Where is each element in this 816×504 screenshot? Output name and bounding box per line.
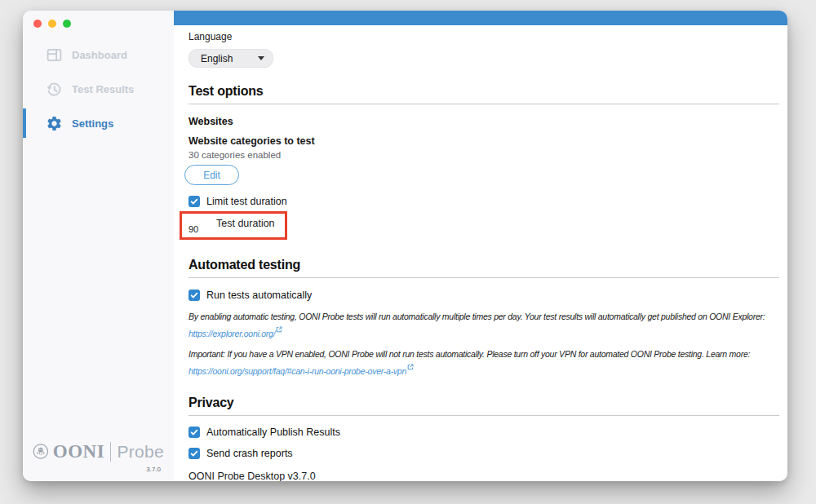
zoom-button[interactable] bbox=[63, 20, 71, 28]
annotation-highlight: 90 Test duration bbox=[180, 211, 287, 240]
sidebar-nav: Dashboard Test Results Settings bbox=[23, 38, 174, 140]
run-tests-checkbox-row[interactable]: Run tests automatically bbox=[188, 290, 779, 301]
minimize-button[interactable] bbox=[48, 20, 56, 28]
checkbox-label: Automatically Publish Results bbox=[206, 427, 340, 438]
limit-duration-checkbox-row[interactable]: Limit test duration bbox=[188, 196, 779, 207]
app-version-text: OONI Probe Desktop v3.7.0 bbox=[188, 471, 779, 481]
logo-brand-text: OONI bbox=[53, 441, 104, 462]
sidebar-item-label: Dashboard bbox=[72, 49, 127, 61]
external-link-icon bbox=[276, 324, 282, 336]
dashboard-icon bbox=[46, 46, 63, 64]
vpn-faq-link[interactable]: https://ooni.org/support/faq/#can-i-run-… bbox=[188, 366, 406, 376]
chevron-down-icon bbox=[258, 56, 264, 60]
categories-status: 30 categories enabled bbox=[188, 150, 779, 160]
section-divider bbox=[188, 277, 779, 278]
language-selected-value: English bbox=[201, 53, 233, 64]
privacy-heading: Privacy bbox=[188, 396, 779, 410]
ooni-probe-logo: OONI Probe bbox=[33, 440, 164, 463]
app-window: Dashboard Test Results Settings bbox=[23, 11, 787, 481]
publish-results-checkbox-row[interactable]: Automatically Publish Results bbox=[188, 427, 779, 438]
sidebar: Dashboard Test Results Settings bbox=[23, 11, 174, 481]
settings-content: Language English Test options Websites W… bbox=[174, 25, 787, 481]
checkbox-checked-icon[interactable] bbox=[188, 448, 200, 459]
sidebar-item-settings[interactable]: Settings bbox=[23, 106, 174, 140]
octopus-icon bbox=[33, 440, 49, 463]
checkbox-checked-icon[interactable] bbox=[188, 196, 200, 207]
sidebar-version: 3.7.0 bbox=[33, 466, 164, 473]
test-duration-value: 90 bbox=[188, 224, 198, 234]
vpn-warning: Important: If you have a VPN enabled, OO… bbox=[188, 348, 779, 378]
main-panel: Language English Test options Websites W… bbox=[174, 11, 787, 481]
website-categories-title: Website categories to test bbox=[188, 135, 779, 147]
automated-testing-info: By enabling automatic testing, OONI Prob… bbox=[188, 311, 779, 340]
active-indicator bbox=[23, 108, 26, 138]
language-select[interactable]: English bbox=[188, 49, 273, 68]
section-divider bbox=[188, 104, 779, 104]
checkbox-label: Run tests automatically bbox=[206, 290, 312, 301]
sidebar-item-label: Test Results bbox=[72, 83, 134, 95]
checkbox-label: Send crash reports bbox=[206, 448, 293, 459]
sidebar-footer: OONI Probe 3.7.0 bbox=[23, 440, 174, 481]
logo-product-text: Probe bbox=[117, 442, 164, 462]
edit-categories-button[interactable]: Edit bbox=[184, 165, 239, 185]
close-button[interactable] bbox=[33, 20, 42, 28]
checkbox-checked-icon[interactable] bbox=[188, 427, 200, 438]
automated-testing-heading: Automated testing bbox=[188, 258, 779, 272]
info-text: By enabling automatic testing, OONI Prob… bbox=[188, 312, 765, 321]
gear-icon bbox=[46, 115, 63, 132]
websites-group-label: Websites bbox=[188, 116, 779, 127]
vpn-text: Important: If you have a VPN enabled, OO… bbox=[188, 349, 750, 359]
language-label: Language bbox=[188, 31, 779, 42]
test-duration-label: Test duration bbox=[216, 218, 275, 229]
logo-divider bbox=[110, 442, 111, 462]
top-accent-bar bbox=[174, 11, 787, 25]
checkbox-label: Limit test duration bbox=[206, 196, 287, 207]
window-controls bbox=[23, 11, 174, 28]
sidebar-item-test-results[interactable]: Test Results bbox=[23, 72, 174, 106]
section-divider bbox=[188, 415, 779, 416]
history-icon bbox=[46, 81, 63, 98]
sidebar-item-label: Settings bbox=[72, 117, 113, 130]
test-options-heading: Test options bbox=[188, 84, 779, 99]
crash-reports-checkbox-row[interactable]: Send crash reports bbox=[188, 448, 779, 459]
external-link-icon bbox=[407, 361, 414, 374]
sidebar-item-dashboard[interactable]: Dashboard bbox=[23, 38, 174, 72]
test-duration-input[interactable]: 90 Test duration bbox=[182, 214, 285, 237]
explorer-link[interactable]: https://explorer.ooni.org/ bbox=[188, 329, 275, 338]
checkbox-checked-icon[interactable] bbox=[188, 290, 200, 301]
